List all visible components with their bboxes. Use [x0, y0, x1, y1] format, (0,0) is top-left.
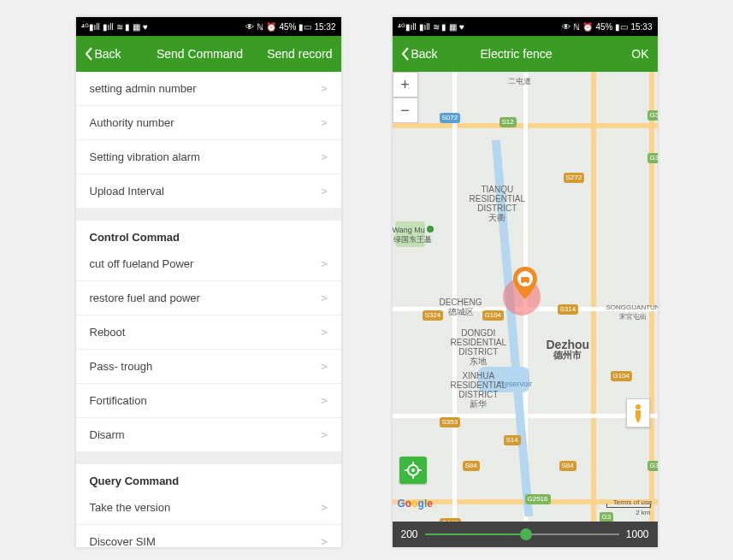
locate-button[interactable]	[399, 457, 427, 484]
row-discover-sim[interactable]: Discover SIM>	[76, 525, 341, 547]
back-label: Back	[95, 47, 121, 61]
section-gap	[76, 209, 341, 221]
map-label-erqidao: 二屯道	[508, 77, 531, 86]
crosshair-icon	[405, 462, 422, 479]
row-admin-number[interactable]: setting admin number>	[76, 72, 341, 106]
section-gap	[76, 452, 341, 464]
slider-max: 1000	[626, 528, 649, 540]
row-pass-through[interactable]: Pass- trough>	[76, 350, 341, 384]
row-label: Setting vibration alarm	[90, 150, 200, 163]
road-shield: G104	[611, 371, 633, 381]
back-label: Back	[411, 47, 438, 61]
row-label: Authority number	[90, 116, 174, 129]
map-label-xinhua: XINHUARESIDENTIALDISTRICT新华	[451, 371, 507, 409]
road-shield: G3	[647, 110, 658, 121]
zoom-out-button[interactable]: −	[393, 97, 418, 123]
list-body: setting admin number> Authority number> …	[76, 72, 341, 547]
road-shield: S314	[558, 304, 579, 315]
road-shield: S272	[564, 173, 585, 183]
section-query-command: Query Command	[76, 464, 341, 491]
clock: 15:32	[314, 22, 335, 32]
chevron-right-icon: >	[321, 501, 328, 514]
road-shield: S84	[559, 461, 576, 471]
row-cutoff-fuel-power[interactable]: cut off fueland Power>	[76, 247, 341, 281]
phone-electric-fence: ⁴ᴳ▮ıll ▮ıll ≋ ▮ ▦ ♥ 👁 ℕ ⏰ 45% ▮▭ 15:33 B…	[393, 17, 658, 547]
map[interactable]: TIANQURESIDENTIALDISTRICT天衢 DONGDIRESIDE…	[393, 72, 658, 522]
row-label: Upload Interval	[90, 185, 164, 197]
send-record-button[interactable]: Send record	[263, 47, 332, 61]
page-title: Send Command	[157, 47, 243, 61]
row-reboot[interactable]: Reboot>	[76, 315, 341, 350]
road-shield: S324	[423, 310, 444, 321]
road-shield: S84	[463, 461, 480, 471]
chevron-right-icon: >	[321, 185, 328, 197]
app-bar: Back Send Command Send record	[76, 36, 341, 72]
battery-icon: ▮▭	[615, 22, 628, 32]
battery-level: 45%	[595, 22, 612, 32]
chevron-right-icon: >	[321, 292, 328, 304]
heart-icon: ♥	[459, 22, 464, 32]
chevron-right-icon: >	[321, 82, 328, 95]
road-shield: G3	[647, 461, 658, 471]
chevron-right-icon: >	[321, 257, 328, 270]
chevron-right-icon: >	[321, 535, 328, 547]
map-label-dezhou: Dezhou德州市	[547, 340, 590, 360]
row-upload-interval[interactable]: Upload Interval>	[76, 174, 341, 209]
page-title: Electric fence	[480, 47, 552, 61]
ok-button[interactable]: OK	[580, 47, 648, 61]
heart-icon: ♥	[143, 22, 148, 32]
row-label: setting admin number	[90, 82, 197, 95]
map-label-wangmu: Wang Mu 绿国东王墓	[393, 226, 434, 245]
road-shield: G3	[647, 153, 658, 163]
radius-slider-bar: 200 1000	[393, 522, 658, 547]
map-label-tianqu: TIANQURESIDENTIALDISTRICT天衢	[470, 185, 526, 222]
svg-point-4	[411, 469, 415, 472]
chevron-right-icon: >	[321, 116, 328, 129]
alarm-icon: ⏰	[266, 22, 276, 32]
row-vibration-alarm[interactable]: Setting vibration alarm>	[76, 140, 341, 174]
back-button[interactable]: Back	[85, 47, 136, 61]
row-label: Fortification	[90, 394, 147, 407]
road-shield: G105	[440, 518, 462, 522]
vehicle-pin[interactable]	[512, 267, 538, 299]
clock: 15:33	[630, 22, 652, 32]
row-authority-number[interactable]: Authority number>	[76, 106, 341, 140]
alarm-icon: ⏰	[582, 22, 593, 32]
road-shield: S353	[440, 417, 461, 427]
slider-min: 200	[401, 528, 418, 540]
slider-thumb[interactable]	[520, 528, 532, 540]
svg-point-2	[526, 281, 528, 283]
eye-icon: 👁	[562, 22, 570, 32]
pegman-button[interactable]	[626, 398, 650, 427]
signal-icons: ⁴ᴳ▮ıll ▮ıll ≋ ▮ ▦	[398, 22, 458, 32]
app-bar: Back Electric fence OK	[393, 36, 658, 72]
pegman-icon	[632, 404, 644, 422]
row-label: Disarm	[90, 428, 125, 441]
chevron-right-icon: >	[321, 428, 328, 441]
map-label-reservoir: Reservoir	[500, 380, 533, 389]
row-disarm[interactable]: Disarm>	[76, 418, 341, 452]
chevron-left-icon	[401, 47, 410, 61]
status-bar: ⁴ᴳ▮ıll ▮ıll ≋ ▮ ▦ ♥ 👁 ℕ ⏰ 45% ▮▭ 15:33	[393, 17, 658, 36]
battery-icon: ▮▭	[299, 22, 311, 32]
signal-icons: ⁴ᴳ▮ıll ▮ıll ≋ ▮ ▦	[81, 22, 141, 32]
row-take-version[interactable]: Take the version>	[76, 491, 341, 525]
map-label-dongdi: DONGDIRESIDENTIALDISTRICT东地	[451, 328, 507, 366]
nfc-icon: ℕ	[257, 22, 263, 32]
road-shield: S072	[440, 113, 461, 123]
row-label: cut off fueland Power	[90, 257, 194, 270]
scale-text: 2 km	[635, 509, 650, 516]
road-shield: G2516	[525, 494, 551, 504]
back-button[interactable]: Back	[401, 47, 452, 61]
status-bar: ⁴ᴳ▮ıll ▮ıll ≋ ▮ ▦ ♥ 👁 ℕ ⏰ 45% ▮▭ 15:32	[76, 17, 341, 36]
row-restore-fuel-power[interactable]: restore fuel and power>	[76, 281, 341, 315]
eye-icon: 👁	[245, 22, 254, 32]
map-label-decheng: DECHENG德城区	[440, 298, 482, 316]
section-control-command: Control Commad	[76, 221, 341, 247]
chevron-right-icon: >	[321, 394, 328, 407]
radius-slider[interactable]	[425, 526, 619, 543]
row-label: Reboot	[90, 326, 126, 339]
scale-bar: 2 km	[606, 504, 651, 516]
row-fortification[interactable]: Fortification>	[76, 384, 341, 418]
zoom-in-button[interactable]: +	[393, 72, 418, 97]
